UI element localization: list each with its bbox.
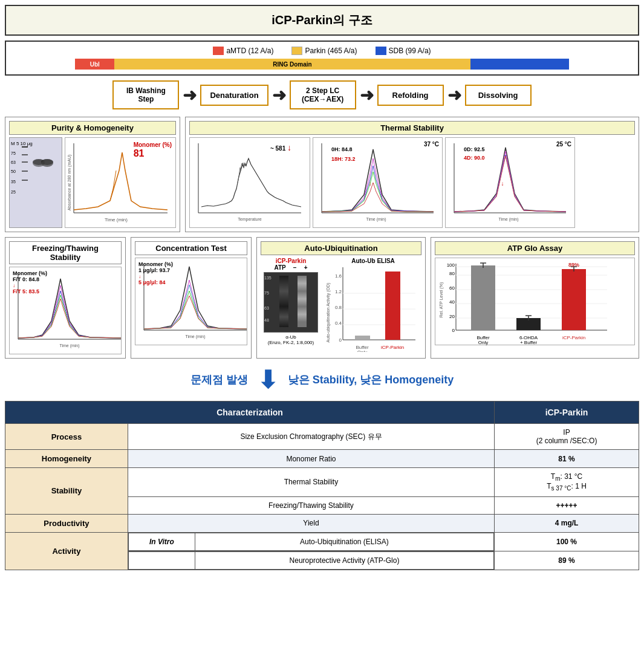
- svg-text:Only: Only: [478, 340, 488, 345]
- svg-text:Auto-ubiquitination Activity (: Auto-ubiquitination Activity (OD): [326, 283, 331, 343]
- val-activity-1: 100 %: [495, 532, 639, 551]
- svg-text:0: 0: [452, 328, 455, 333]
- issue-result: 낮은 Stability, 낮은 Homogeneity: [288, 372, 454, 387]
- issue-korean: 문제점 발생: [190, 372, 248, 387]
- bottom-panels-row: Freezing/ThawingStability Monomer (%) F/…: [5, 237, 639, 359]
- freezing-chart: Monomer (%) F/T 0: 84.8 ↓ F/T 5: 83.5 Ti…: [9, 267, 122, 354]
- freezing-title: Freezing/ThawingStability: [9, 241, 122, 264]
- atp-glo-panel: ATP Glo Assay 0 20 40 60 80 100: [431, 237, 639, 359]
- table-header-characterization: Characterization: [5, 402, 495, 424]
- arrow-3: ➜: [360, 85, 374, 105]
- svg-text:89%: 89%: [568, 262, 579, 268]
- domain-ring: RING Domain: [114, 59, 470, 70]
- legend-sdb: SDB (99 A/a): [376, 47, 431, 55]
- parkin-color: [291, 47, 302, 55]
- domain-bar: Ubl RING Domain: [75, 59, 569, 70]
- autoub-panel: Auto-Ubiquitination iCP-Parkin ATP − +: [256, 237, 426, 359]
- svg-text:0.4: 0.4: [335, 320, 342, 326]
- wb-image: 135 75 63 48: [264, 272, 318, 333]
- legend-box: aMTD (12 A/a) Parkin (465 A/a) SDB (99 A…: [5, 41, 639, 76]
- amtd-color: [213, 47, 224, 55]
- purity-title: Purity & Homogeneity: [9, 121, 176, 135]
- thermal-25c-svg: Time (min) ↓: [448, 140, 569, 225]
- gel-image: M 5 10 μg 75 63 50 35 25: [9, 137, 62, 228]
- top-panels-row: Purity & Homogeneity M 5 10 μg 75 63 50 …: [5, 117, 639, 232]
- atp-row: ATP − +: [261, 264, 321, 271]
- process-step-4: Refolding: [377, 85, 444, 106]
- process-flow: IB WashingStep ➜ Denaturation ➜ 2 Step L…: [5, 80, 639, 109]
- category-process: Process: [5, 424, 128, 450]
- thermal-panel: Thermal Stability ~ 581 ↓ Temperature: [185, 117, 639, 232]
- char-productivity: Yield: [128, 514, 494, 532]
- table-header-row: Characterization iCP-Parkin: [5, 402, 639, 424]
- freezing-labels: Monomer (%) F/T 0: 84.8 ↓ F/T 5: 83.5: [13, 270, 47, 294]
- svg-text:iCP-Parkin: iCP-Parkin: [381, 345, 404, 350]
- monomer-label-ft: Monomer (%): [13, 270, 47, 276]
- val-freezing-stability: +++++: [495, 496, 639, 514]
- table-row-productivity: Productivity Yield 4 mg/L: [5, 514, 639, 532]
- domain-sdb: [470, 59, 569, 70]
- svg-text:80: 80: [449, 271, 455, 276]
- val-thermal-stability: Tm: 31 °CTs 37 °C: 1 H: [495, 468, 639, 497]
- val-process: IP(2 column /SEC:O): [495, 424, 639, 450]
- process-step-2: Denaturation: [200, 85, 268, 106]
- autoub-content: iCP-Parkin ATP − + 135 75 63 48: [261, 258, 421, 352]
- category-stability: Stability: [5, 468, 128, 515]
- svg-text:0: 0: [339, 337, 342, 343]
- atp-label: ATP: [275, 264, 286, 271]
- char-activity-atp: . Neuroprotective Activity (ATP-Glo): [128, 551, 494, 570]
- gel-size-labels: 75 63 50 35 25: [11, 151, 16, 194]
- monomer-18h-label: 18H: 73.2: [331, 156, 356, 162]
- wb-band-pos: [298, 276, 307, 327]
- autoub-title: Auto-Ubiquitination: [261, 241, 421, 255]
- svg-text:60: 60: [449, 285, 455, 291]
- category-activity: Activity: [5, 532, 128, 570]
- svg-rect-44: [385, 271, 400, 340]
- svg-text:Time (min): Time (min): [185, 334, 205, 339]
- parkin-label: Parkin (465 A/a): [305, 47, 357, 55]
- svg-text:↓: ↓: [501, 180, 504, 187]
- wb-marker-48: 48: [264, 318, 269, 322]
- concentration-labels: Monomer (%) 1 μg/μl: 93.7 ↓ 5 μg/μl: 84: [138, 261, 173, 285]
- svg-text:↓: ↓: [369, 180, 372, 187]
- elisa-section: Auto-Ub ELISA 0 0.4 0.8 1.2 1.6: [325, 258, 421, 352]
- char-thermal-stability: Thermal Stability: [128, 468, 494, 497]
- process-step-5: Dissolving: [465, 85, 532, 106]
- wb-section: iCP-Parkin ATP − + 135 75 63 48: [261, 258, 321, 352]
- arrow-2: ➜: [272, 85, 286, 105]
- atp-glo-chart: 0 20 40 60 80 100 Rel. ATP Level (%): [435, 258, 635, 345]
- process-step-1: IB WashingStep: [112, 80, 179, 109]
- issue-arrow: ⬇: [258, 366, 278, 394]
- svg-rect-70: [562, 269, 586, 330]
- table-row-stability-1: Stability Thermal Stability Tm: 31 °CTs …: [5, 468, 639, 497]
- plus-label: +: [304, 264, 308, 271]
- elisa-svg: 0 0.4 0.8 1.2 1.6 Auto-ubiquitination Ac…: [325, 264, 418, 352]
- svg-text:1.6: 1.6: [335, 273, 342, 279]
- dsf-svg: Temperature: [192, 140, 304, 225]
- minus-label: −: [293, 264, 297, 271]
- thermal-25c-chart: 25 °C 0D: 92.5 4D: 90.0 Time (min): [445, 137, 575, 228]
- legend-parkin: Parkin (465 A/a): [291, 47, 357, 55]
- char-activity-invitro: In Vitro Auto-Ubiquitination (ELISA): [128, 532, 494, 551]
- monomer-4d-label: 4D: 90.0: [464, 155, 485, 161]
- arrow-conc: ↓: [138, 274, 141, 279]
- process-step-3: 2 Step LC(CEX→AEX): [290, 80, 356, 109]
- svg-text:Rel. ATP Level (%): Rel. ATP Level (%): [439, 282, 444, 318]
- svg-text:1.2: 1.2: [335, 289, 342, 294]
- legend-amtd: aMTD (12 A/a): [213, 47, 273, 55]
- char-freezing-stability: Freezing/Thawing Stability: [128, 496, 494, 514]
- svg-rect-41: [355, 336, 370, 340]
- purity-content: M 5 10 μg 75 63 50 35 25: [9, 137, 176, 228]
- svg-text:iCP-Parkin: iCP-Parkin: [562, 335, 585, 340]
- svg-text:0.8: 0.8: [335, 305, 342, 310]
- temp-37c-label: 37 °C: [424, 141, 439, 148]
- arrow-1: ➜: [183, 85, 197, 105]
- dsf-chart: ~ 581 ↓ Temperature: [189, 137, 310, 228]
- monomer-label: Monomer (%) 81: [134, 141, 172, 159]
- issue-row: 문제점 발생 ⬇ 낮은 Stability, 낮은 Homogeneity: [5, 366, 639, 394]
- svg-text:+ Buffer: + Buffer: [520, 340, 537, 345]
- table-row-homogeneity: Homogeneity Monomer Ratio 81 %: [5, 450, 639, 468]
- svg-text:Time (min): Time (min): [105, 217, 128, 223]
- table-row-activity-1: Activity In Vitro Auto-Ubiquitination (E…: [5, 532, 639, 551]
- sdb-label: SDB (99 A/a): [389, 47, 431, 55]
